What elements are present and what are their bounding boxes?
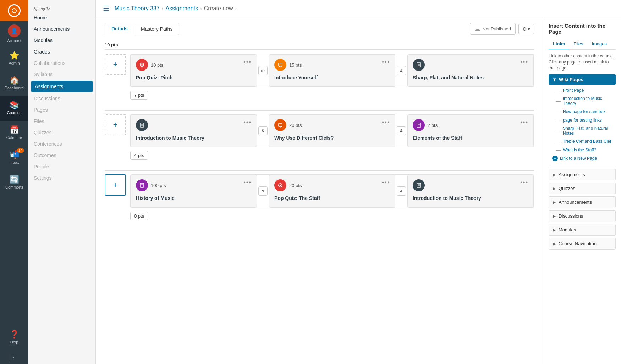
group3-bottom-pts: 0 pts bbox=[130, 212, 148, 220]
card6-header: 2 pts ••• bbox=[413, 119, 528, 131]
card3-menu-button[interactable]: ••• bbox=[520, 59, 528, 65]
link-new-page-button[interactable]: + Link to a New Page bbox=[549, 154, 616, 163]
course-nav-modules[interactable]: Modules bbox=[28, 35, 95, 46]
card2-header: 15 pts ••• bbox=[274, 59, 390, 71]
wiki-item-front-page[interactable]: — Front Page bbox=[549, 86, 616, 95]
nav-inbox[interactable]: 📬 Inbox 14 bbox=[0, 145, 28, 170]
nav-dashboard[interactable]: 🏠 Dashboard bbox=[0, 71, 28, 96]
card4-menu-button[interactable]: ••• bbox=[243, 119, 252, 125]
card1-icon bbox=[136, 59, 148, 71]
course-nav-grades[interactable]: Grades bbox=[28, 46, 95, 57]
nav-help[interactable]: ❓ Help bbox=[0, 325, 28, 350]
publish-button[interactable]: ☁ Not Published bbox=[470, 23, 516, 35]
card5-title: Why Use Different Clefs? bbox=[274, 135, 390, 141]
breadcrumb-section[interactable]: Assignments bbox=[166, 5, 198, 12]
commons-icon: 🔄 bbox=[10, 176, 19, 184]
course-nav: Spring 15 Home Announcements Modules Gra… bbox=[28, 0, 96, 364]
card3-header: ••• bbox=[413, 59, 528, 71]
section-quizzes-header[interactable]: ▶ Quizzes bbox=[549, 183, 615, 194]
wiki-pages-header[interactable]: ▼ Wiki Pages bbox=[549, 74, 616, 85]
section-assignments: ▶ Assignments bbox=[549, 169, 616, 180]
panel-tab-links[interactable]: Links bbox=[549, 39, 569, 49]
tab-details[interactable]: Details bbox=[105, 23, 134, 35]
nav-help-label: Help bbox=[10, 340, 18, 344]
wiki-item-testing[interactable]: — page for testing links bbox=[549, 116, 616, 124]
nav-commons[interactable]: 🔄 Commons bbox=[0, 170, 28, 195]
section-modules-header[interactable]: ▶ Modules bbox=[549, 224, 615, 235]
card3-title: Sharp, Flat, and Natural Notes bbox=[413, 74, 528, 81]
group2-row: + ••• bbox=[105, 114, 534, 147]
dash-icon: — bbox=[556, 117, 561, 123]
panel-tab-files[interactable]: Files bbox=[569, 39, 587, 49]
card7-menu-button[interactable]: ••• bbox=[243, 179, 252, 186]
nav-courses-label: Courses bbox=[7, 111, 22, 115]
course-nav-outcomes: Outcomes bbox=[28, 150, 95, 161]
wiki-item-staff[interactable]: — What is the Staff? bbox=[549, 146, 616, 154]
card4-icon-pts bbox=[136, 119, 148, 131]
group3-cards: 100 pts ••• History of Music & bbox=[130, 174, 534, 208]
assignment-settings-button[interactable]: ⚙ ▾ bbox=[518, 24, 534, 34]
wiki-item-sandbox[interactable]: — New page for sandbox bbox=[549, 107, 616, 116]
card6-menu-button[interactable]: ••• bbox=[520, 119, 528, 125]
add-item-button-3[interactable]: + bbox=[105, 174, 126, 196]
tabs-row: Details Mastery Paths ☁ Not Published ⚙ … bbox=[105, 23, 534, 35]
add-item-button-1[interactable]: + bbox=[105, 54, 126, 75]
semester-label: Spring 15 bbox=[28, 4, 95, 12]
svg-rect-10 bbox=[417, 123, 421, 127]
card1-pts: 10 pts bbox=[151, 62, 163, 68]
nav-admin[interactable]: ⭐ Admin bbox=[0, 46, 28, 71]
wiki-item-label: page for testing links bbox=[563, 118, 602, 123]
assignment-card-4: ••• Introduction to Music Theory bbox=[131, 114, 257, 147]
assignment-card-3: ••• Sharp, Flat, and Natural Notes bbox=[407, 54, 534, 87]
breadcrumb-course[interactable]: Music Theory 337 bbox=[115, 5, 160, 12]
group1-bottom-pts: 7 pts bbox=[130, 91, 148, 100]
collapse-nav-button[interactable]: |← bbox=[0, 350, 28, 364]
card4-header: ••• bbox=[136, 119, 252, 131]
card2-icon bbox=[274, 59, 286, 71]
canvas-logo[interactable] bbox=[0, 0, 28, 21]
hamburger-menu-button[interactable]: ☰ bbox=[103, 4, 109, 13]
section-quizzes-label: Quizzes bbox=[559, 186, 575, 191]
and-badge-5: & bbox=[397, 186, 406, 196]
course-nav-home[interactable]: Home bbox=[28, 12, 95, 23]
panel-tab-images[interactable]: Images bbox=[587, 39, 611, 49]
card8-menu-button[interactable]: ••• bbox=[382, 179, 390, 186]
section-course-navigation-header[interactable]: ▶ Course Navigation bbox=[549, 238, 615, 249]
card2-menu-button[interactable]: ••• bbox=[382, 59, 390, 65]
card8-header: 20 pts ••• bbox=[274, 179, 390, 191]
nav-calendar[interactable]: 📅 Calendar bbox=[0, 121, 28, 145]
course-nav-announcements[interactable]: Announcements bbox=[28, 23, 95, 35]
course-nav-pages: Pages bbox=[28, 104, 95, 116]
card4-icon bbox=[136, 119, 148, 131]
card1-menu-button[interactable]: ••• bbox=[243, 59, 252, 65]
assignment-card-5: 20 pts ••• Why Use Different Clefs? bbox=[269, 114, 395, 147]
add-item-button-2[interactable]: + bbox=[105, 114, 126, 135]
star-icon: ⭐ bbox=[10, 52, 19, 60]
card9-icon bbox=[413, 179, 425, 191]
wiki-item-intro-music[interactable]: — Introduction to Music Theory bbox=[549, 95, 616, 107]
nav-commons-label: Commons bbox=[5, 185, 23, 189]
nav-courses[interactable]: 📚 Courses bbox=[0, 96, 28, 121]
section-discussions-header[interactable]: ▶ Discussions bbox=[549, 211, 615, 222]
card9-menu-button[interactable]: ••• bbox=[520, 179, 528, 186]
wiki-item-treble[interactable]: — Treble Clef and Bass Clef bbox=[549, 137, 616, 146]
calendar-icon: 📅 bbox=[10, 126, 19, 134]
nav-account[interactable]: 👤 Account bbox=[0, 21, 28, 46]
section-announcements-header[interactable]: ▶ Announcements bbox=[549, 197, 615, 208]
course-nav-assignments[interactable]: Assignments bbox=[31, 81, 93, 92]
dash-icon: — bbox=[556, 109, 561, 114]
wiki-item-sharp-flat[interactable]: — Sharp, Flat, and Natural Notes bbox=[549, 124, 616, 137]
group1-pts: 10 pts bbox=[105, 42, 118, 47]
tab-mastery-paths[interactable]: Mastery Paths bbox=[134, 23, 179, 35]
help-icon: ❓ bbox=[10, 331, 19, 338]
card7-icon bbox=[136, 179, 148, 191]
svg-rect-3 bbox=[417, 63, 421, 67]
connector-and-3: & bbox=[395, 126, 407, 135]
card3-icon bbox=[413, 59, 425, 71]
plus-icon-3: + bbox=[113, 180, 118, 190]
breadcrumb-sep2: › bbox=[200, 6, 202, 11]
card5-menu-button[interactable]: ••• bbox=[382, 119, 390, 125]
connector-and-4: & bbox=[257, 186, 269, 196]
card7-header: 100 pts ••• bbox=[136, 179, 252, 191]
section-assignments-header[interactable]: ▶ Assignments bbox=[549, 169, 615, 180]
